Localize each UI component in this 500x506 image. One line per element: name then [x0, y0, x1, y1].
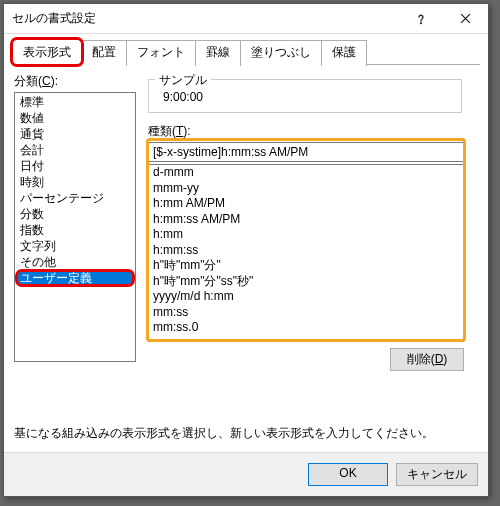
help-button[interactable]	[398, 4, 443, 34]
list-item[interactable]: 標準	[16, 94, 134, 110]
list-item[interactable]: h:mm AM/PM	[149, 196, 463, 212]
list-item[interactable]: h:mm:ss	[149, 243, 463, 259]
category-listbox[interactable]: 標準 数値 通貨 会計 日付 時刻 パーセンテージ 分数 指数 文字列 その他 …	[14, 92, 136, 362]
list-item[interactable]: 日付	[16, 158, 134, 174]
list-item[interactable]: h:mm	[149, 227, 463, 243]
list-item[interactable]: mm:ss.0	[149, 320, 463, 336]
list-item[interactable]: その他	[16, 254, 134, 270]
type-input[interactable]	[148, 142, 464, 162]
titlebar: セルの書式設定	[4, 4, 488, 34]
format-cells-dialog: セルの書式設定 表示形式 配置 フォント 罫線 塗りつぶし 保護 分類(C): …	[3, 3, 489, 497]
window-title: セルの書式設定	[12, 10, 398, 27]
list-item[interactable]: 会計	[16, 142, 134, 158]
tab-font[interactable]: フォント	[126, 40, 196, 66]
tab-strip: 表示形式 配置 フォント 罫線 塗りつぶし 保護	[4, 34, 488, 64]
ok-button[interactable]: OK	[308, 463, 388, 486]
list-item[interactable]: 指数	[16, 222, 134, 238]
list-item[interactable]: d-mmm	[149, 165, 463, 181]
list-item[interactable]: yyyy/m/d h:mm	[149, 289, 463, 305]
list-item[interactable]: mmm-yy	[149, 181, 463, 197]
list-item[interactable]: mm:ss	[149, 305, 463, 321]
dialog-footer: OK キャンセル	[4, 452, 488, 496]
svg-point-0	[420, 22, 421, 23]
list-item[interactable]: 時刻	[16, 174, 134, 190]
hint-text: 基になる組み込みの表示形式を選択し、新しい表示形式を入力してください。	[14, 423, 478, 448]
list-item[interactable]: h:mm:ss AM/PM	[149, 212, 463, 228]
list-item[interactable]: パーセンテージ	[16, 190, 134, 206]
list-item-custom[interactable]: ユーザー定義	[16, 270, 134, 286]
close-button[interactable]	[443, 4, 488, 34]
sample-box: サンプル 9:00:00	[148, 79, 462, 113]
tab-number-format[interactable]: 表示形式	[12, 39, 82, 65]
list-item[interactable]: h"時"mm"分"	[149, 258, 463, 274]
type-label: 種類(T):	[148, 123, 478, 140]
sample-label: サンプル	[155, 72, 211, 89]
cancel-button[interactable]: キャンセル	[396, 463, 478, 486]
tab-alignment[interactable]: 配置	[81, 40, 127, 66]
list-item[interactable]: 分数	[16, 206, 134, 222]
tab-fill[interactable]: 塗りつぶし	[240, 40, 322, 66]
category-label: 分類(C):	[14, 73, 136, 90]
list-item[interactable]: 数値	[16, 110, 134, 126]
list-item[interactable]: 通貨	[16, 126, 134, 142]
list-item[interactable]: 文字列	[16, 238, 134, 254]
tab-protection[interactable]: 保護	[321, 40, 367, 66]
format-listbox[interactable]: d-mmm mmm-yy h:mm AM/PM h:mm:ss AM/PM h:…	[148, 164, 464, 342]
delete-button[interactable]: 削除(D)	[390, 348, 464, 371]
tab-border[interactable]: 罫線	[195, 40, 241, 66]
list-item[interactable]: h"時"mm"分"ss"秒"	[149, 274, 463, 290]
